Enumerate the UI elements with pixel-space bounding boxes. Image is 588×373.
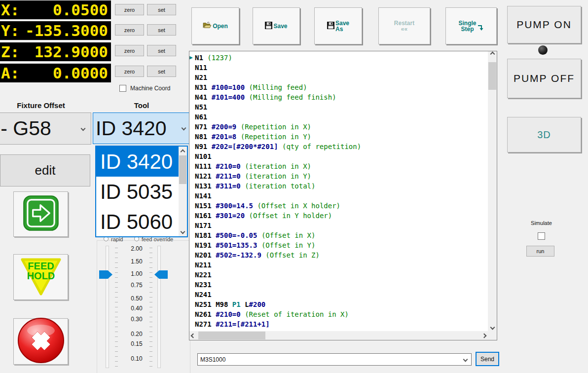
gcode-line[interactable]: ▶N1 (1237) [189,53,488,63]
vertical-scrollbar[interactable] [488,51,497,331]
gcode-line[interactable]: N121 #211=0 (iteration in Y) [189,171,488,181]
gcode-line[interactable]: N101 [189,151,488,161]
view-3d-button[interactable]: 3D [507,117,581,152]
gcode-line[interactable]: N31 #100=100 (Milling feed) [189,82,488,92]
tool-dropdown-list: ID 3420ID 5035ID 5060 [95,146,188,237]
single-step-button[interactable]: SingleStep [445,7,497,44]
gcode-line[interactable]: N51 [189,102,488,112]
gcode-line[interactable]: N231 [189,280,488,290]
scroll-left-icon[interactable] [191,331,195,340]
dro-axis-x: X: 0.0500 [0,0,111,19]
horizontal-scrollbar[interactable] [189,331,488,340]
zero-y-button[interactable]: zero [115,24,144,36]
axis-x-label: X: [1,1,19,19]
gcode-line[interactable]: N151 #300=14.5 (Offset in X holder) [189,201,488,211]
rapid-override-slider[interactable] [106,246,109,368]
gcode-line[interactable]: N71 #200=9 (Repetition in X) [189,122,488,132]
chevron-down-icon [463,357,468,362]
save-button[interactable]: Save [253,7,300,44]
machine-coord-label: Machine Coord [130,85,170,92]
gcode-line[interactable]: N201 #502=-132.9 (Offset in Z) [189,250,488,260]
send-button[interactable]: Send [476,352,499,366]
set-x-button[interactable]: set [147,4,176,15]
gcode-line[interactable]: N221 [189,270,488,280]
axis-y-value: -135.3000 [25,22,108,39]
scroll-down-icon[interactable] [488,326,497,329]
save-as-button[interactable]: SaveAs [314,7,362,44]
zero-a-button[interactable]: zero [115,66,144,77]
gcode-line[interactable]: N261 #210=0 (Reset of iteration in X) [189,309,488,319]
slider-scale-value: 2.00 [112,245,161,252]
gcode-editor[interactable]: ▶N1 (1237)N11N21N31 #100=100 (Milling fe… [189,51,497,340]
edit-button[interactable]: edit [0,154,90,186]
gcode-line[interactable]: N81 #201=8 (Repetition in Y) [189,132,488,142]
scroll-down-icon[interactable] [179,228,187,236]
gcode-line[interactable]: N131 #311=0 (iteration total) [189,181,488,191]
pump-off-button[interactable]: PUMP OFF [507,59,581,98]
dropdown-scrollbar-thumb[interactable] [179,155,186,184]
cnc-control-screen: X: 0.0500 Y: -135.3000 Z: 132.9000 A: 0.… [0,0,588,373]
dro-axis-z: Z: 132.9000 [0,42,111,61]
zero-z-button[interactable]: zero [115,45,144,56]
mdi-command-combobox[interactable] [197,353,472,366]
slider-scale-value: 0.20 [112,331,161,337]
tool-option[interactable]: ID 3420 [96,147,179,177]
pump-on-button[interactable]: PUMP ON [507,6,581,43]
restart-label: Restart«« [394,20,414,32]
feed-hold-button[interactable]: FEED HOLD [13,254,68,300]
zero-x-button[interactable]: zero [115,4,144,15]
slider-scale-value: 1.00 [112,270,161,277]
gcode-line[interactable]: N181 #500=-0.05 (Offset in X) [189,230,488,240]
slider-scale-value: 0.40 [112,305,161,312]
fixture-offset-value: 5 - G58 [0,117,51,140]
dro-axis-a: A: 0.0000 [0,64,111,82]
vertical-scrollbar-thumb[interactable] [488,62,496,90]
fixture-offset-label: Fixture Offset [6,101,75,110]
scroll-up-icon[interactable] [179,147,187,154]
gcode-line[interactable]: N61 [189,112,488,122]
gcode-line[interactable]: N171 [189,221,488,230]
gcode-text[interactable]: ▶N1 (1237)N11N21N31 #100=100 (Milling fe… [189,51,488,333]
simulate-checkbox[interactable] [538,232,545,240]
gcode-line[interactable]: N111 #210=0 (iteration in X) [189,161,488,171]
cycle-start-button[interactable] [13,191,68,237]
run-button[interactable]: run [526,246,554,257]
rewind-icon: «« [401,26,407,33]
axis-z-value: 132.9000 [35,43,108,61]
set-z-button[interactable]: set [147,45,176,56]
tool-option[interactable]: ID 5060 [96,207,179,236]
set-a-button[interactable]: set [147,66,176,77]
gcode-line[interactable]: N251 M98 P1 L#200 [189,299,488,309]
gcode-line[interactable]: N141 [189,191,488,201]
gcode-line[interactable]: N91 #202=[#200*#201] (qty of repetition) [189,142,488,151]
gcode-line[interactable]: N161 #301=20 (Offset in Y holder) [189,211,488,221]
tool-combobox[interactable]: ID 3420 [93,112,190,144]
gcode-line[interactable]: N271 #211=[#211+1] [189,319,488,329]
single-step-label: SingleStep [458,20,476,32]
override-sliders-panel: 2.001.501.000.750.500.400.300.200.150.10 [97,240,190,373]
stop-button[interactable] [13,318,68,365]
scroll-up-icon[interactable] [488,52,497,56]
gcode-line[interactable]: N191 #501=135.3 (Offset in Y) [189,240,488,250]
floppy-disk-icon [327,22,334,31]
gcode-line[interactable]: N21 [189,73,488,82]
slider-scale-value: 0.15 [112,340,161,347]
machine-coord-checkbox[interactable] [119,85,126,92]
fixture-offset-combobox[interactable]: 5 - G58 [0,112,91,145]
green-arrow-icon [22,194,60,234]
svg-text:FEED: FEED [28,261,54,271]
gcode-line[interactable]: N41 #101=400 (Milling feed finish) [189,92,488,102]
gcode-line[interactable]: N11 [189,63,488,73]
slider-scale-value: 0.50 [112,295,161,302]
gcode-line[interactable]: N241 [189,290,488,299]
dropdown-scrollbar[interactable] [179,147,187,236]
command-input[interactable] [198,356,464,364]
horizontal-scrollbar-thumb[interactable] [198,332,265,339]
open-button[interactable]: Open [191,7,239,44]
scroll-right-icon[interactable] [482,331,486,340]
rapid-override-thumb[interactable] [99,270,112,279]
set-y-button[interactable]: set [147,24,176,36]
dro-axis-y: Y: -135.3000 [0,21,111,40]
gcode-line[interactable]: N211 [189,260,488,270]
tool-option[interactable]: ID 5035 [96,177,179,207]
